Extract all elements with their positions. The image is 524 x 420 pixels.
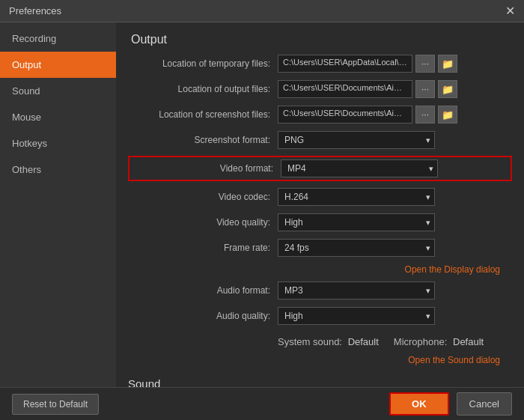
sidebar-item-hotkeys[interactable]: Hotkeys bbox=[0, 130, 116, 156]
screenshot-files-input[interactable]: C:\Users\USER\Documents\AiSeesc bbox=[278, 106, 412, 124]
temp-files-label: Location of temporary files: bbox=[128, 58, 278, 69]
display-dialog-row: Open the Display dialog bbox=[128, 264, 512, 275]
window-title: Preferences bbox=[9, 5, 61, 16]
sidebar: Recording Output Sound Mouse Hotkeys Oth… bbox=[0, 22, 116, 420]
open-sound-dialog-link[interactable]: Open the Sound dialog bbox=[408, 355, 500, 365]
audio-quality-row: Audio quality: High Medium Low bbox=[128, 306, 512, 326]
main-layout: Recording Output Sound Mouse Hotkeys Oth… bbox=[0, 22, 524, 420]
screenshot-files-folder-button[interactable]: 📁 bbox=[438, 106, 457, 124]
title-bar: Preferences ✕ bbox=[0, 0, 524, 22]
frame-rate-controls: 24 fps 30 fps 60 fps bbox=[278, 239, 512, 257]
sound-dialog-row: Open the Sound dialog bbox=[128, 354, 512, 365]
screenshot-format-dropdown-wrap: PNG JPG BMP bbox=[278, 131, 435, 149]
video-quality-select[interactable]: High Medium Low bbox=[278, 213, 435, 231]
audio-format-dropdown-wrap: MP3 AAC WAV bbox=[278, 281, 435, 299]
temp-files-input[interactable]: C:\Users\USER\AppData\Local\Ten bbox=[278, 55, 412, 73]
screenshot-format-row: Screenshot format: PNG JPG BMP bbox=[128, 130, 512, 150]
bottom-right-buttons: OK Cancel bbox=[389, 392, 512, 416]
reset-to-default-button[interactable]: Reset to Default bbox=[12, 394, 99, 415]
audio-quality-controls: High Medium Low bbox=[278, 307, 512, 325]
video-codec-label: Video codec: bbox=[128, 192, 278, 202]
video-codec-controls: H.264 H.265 MPEG-4 bbox=[278, 188, 512, 206]
screenshot-format-controls: PNG JPG BMP bbox=[278, 131, 512, 149]
output-section-title: Output bbox=[116, 22, 524, 54]
video-codec-dropdown-wrap: H.264 H.265 MPEG-4 bbox=[278, 188, 435, 206]
video-codec-row: Video codec: H.264 H.265 MPEG-4 bbox=[128, 187, 512, 207]
screenshot-files-label: Location of screenshot files: bbox=[128, 109, 278, 120]
sidebar-item-output[interactable]: Output bbox=[0, 52, 116, 78]
video-quality-row: Video quality: High Medium Low bbox=[128, 213, 512, 232]
screenshot-files-row: Location of screenshot files: C:\Users\U… bbox=[128, 105, 512, 124]
video-format-dropdown-wrap: MP4 AVI MOV MKV bbox=[281, 159, 438, 177]
folder-icon-2: 📁 bbox=[442, 84, 454, 95]
bottom-bar: Reset to Default OK Cancel bbox=[0, 387, 524, 420]
frame-rate-select[interactable]: 24 fps 30 fps 60 fps bbox=[278, 239, 435, 257]
audio-quality-label: Audio quality: bbox=[128, 311, 278, 321]
folder-icon-3: 📁 bbox=[442, 109, 454, 121]
output-files-dots-button[interactable]: ··· bbox=[415, 80, 435, 98]
video-format-controls: MP4 AVI MOV MKV bbox=[281, 159, 509, 177]
audio-quality-dropdown-wrap: High Medium Low bbox=[278, 307, 435, 325]
screenshot-files-dots-button[interactable]: ··· bbox=[415, 106, 435, 124]
folder-icon: 📁 bbox=[442, 58, 454, 70]
screenshot-format-label: Screenshot format: bbox=[128, 135, 278, 145]
video-format-highlighted-box: Video format: MP4 AVI MOV MKV bbox=[128, 156, 512, 181]
screenshot-files-controls: C:\Users\USER\Documents\AiSeesc ··· 📁 bbox=[278, 106, 512, 124]
microphone-status: Microphone: Default bbox=[394, 336, 484, 347]
temp-files-folder-button[interactable]: 📁 bbox=[438, 55, 457, 73]
frame-rate-label: Frame rate: bbox=[128, 243, 278, 253]
open-display-dialog-link[interactable]: Open the Display dialog bbox=[405, 264, 500, 275]
video-quality-dropdown-wrap: High Medium Low bbox=[278, 213, 435, 231]
temp-files-dots-button[interactable]: ··· bbox=[415, 55, 435, 73]
video-quality-controls: High Medium Low bbox=[278, 213, 512, 231]
audio-format-controls: MP3 AAC WAV bbox=[278, 281, 512, 299]
frame-rate-row: Frame rate: 24 fps 30 fps 60 fps bbox=[128, 238, 512, 258]
system-mic-values: System sound: Default Microphone: Defaul… bbox=[278, 336, 512, 347]
audio-format-row: Audio format: MP3 AAC WAV bbox=[128, 281, 512, 300]
sidebar-item-recording[interactable]: Recording bbox=[0, 25, 116, 52]
output-files-controls: C:\Users\USER\Documents\AiSeesc ··· 📁 bbox=[278, 80, 512, 98]
video-format-label: Video format: bbox=[131, 163, 281, 174]
video-codec-select[interactable]: H.264 H.265 MPEG-4 bbox=[278, 188, 435, 206]
temp-files-controls: C:\Users\USER\AppData\Local\Ten ··· 📁 bbox=[278, 55, 512, 73]
video-quality-label: Video quality: bbox=[128, 217, 278, 228]
system-sound-status: System sound: Default bbox=[278, 336, 379, 347]
frame-rate-dropdown-wrap: 24 fps 30 fps 60 fps bbox=[278, 239, 435, 257]
output-files-input[interactable]: C:\Users\USER\Documents\AiSeesc bbox=[278, 80, 412, 98]
ok-button[interactable]: OK bbox=[389, 392, 449, 416]
close-button[interactable]: ✕ bbox=[505, 5, 515, 17]
sidebar-item-mouse[interactable]: Mouse bbox=[0, 104, 116, 130]
output-files-folder-button[interactable]: 📁 bbox=[438, 80, 457, 98]
output-form: Location of temporary files: C:\Users\US… bbox=[116, 54, 524, 365]
system-microphone-status-row: System sound: Default Microphone: Defaul… bbox=[128, 332, 512, 351]
audio-quality-select[interactable]: High Medium Low bbox=[278, 307, 435, 325]
audio-format-select[interactable]: MP3 AAC WAV bbox=[278, 281, 435, 299]
video-format-row: Video format: MP4 AVI MOV MKV bbox=[131, 159, 509, 178]
audio-format-label: Audio format: bbox=[128, 285, 278, 296]
video-format-select[interactable]: MP4 AVI MOV MKV bbox=[281, 159, 438, 177]
output-files-row: Location of output files: C:\Users\USER\… bbox=[128, 79, 512, 99]
temp-files-row: Location of temporary files: C:\Users\US… bbox=[128, 54, 512, 73]
sidebar-item-others[interactable]: Others bbox=[0, 156, 116, 183]
content-area: Output Location of temporary files: C:\U… bbox=[116, 22, 524, 420]
output-files-label: Location of output files: bbox=[128, 84, 278, 94]
sidebar-item-sound[interactable]: Sound bbox=[0, 78, 116, 104]
screenshot-format-select[interactable]: PNG JPG BMP bbox=[278, 131, 435, 149]
cancel-button[interactable]: Cancel bbox=[457, 392, 512, 416]
